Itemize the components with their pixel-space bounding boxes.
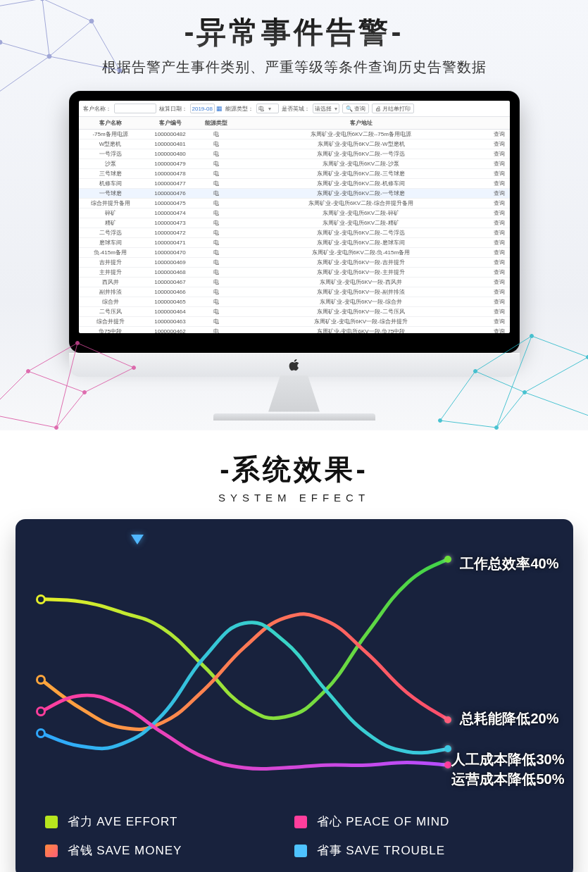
table-row[interactable]: 二号浮选1000000472电东周矿业-变电所6KV二段-二号浮选查询	[79, 228, 510, 238]
section2-title: -系统效果-	[0, 450, 588, 489]
imac-mockup: 客户名称： 核算日期： 2019-08 ▦ 能源类型： 电▾ 是否英城： 请选择…	[69, 91, 520, 421]
printer-icon: 🖨	[375, 106, 381, 112]
select-energy-type[interactable]: 电▾	[256, 104, 279, 113]
col-addr: 客户地址	[234, 119, 489, 127]
table-row[interactable]: 碎矿1000000474电东周矿业-变电所6KV二段-碎矿查询	[79, 208, 510, 218]
table-row[interactable]: 沙泵1000000479电东周矿业-变电所6KV二段-沙泵查询	[79, 159, 510, 169]
metric-energy: 总耗能降低20%	[460, 709, 558, 728]
select-use[interactable]: 请选择▾	[313, 104, 339, 113]
legend-effort: 省力 AVE EFFORT	[45, 814, 294, 830]
table-row[interactable]: 精矿1000000473电东周矿业-变电所6KV二段-精矿查询	[79, 218, 510, 228]
swatch-green-icon	[45, 816, 58, 828]
chart-legend: 省力 AVE EFFORT 省心 PEACE OF MIND 省钱 SAVE M…	[25, 808, 563, 861]
table-row[interactable]: 综合井提升备用1000000475电东周矿业-变电所6KV二段-综合井提升备用查…	[79, 199, 510, 208]
table-row[interactable]: 负-415m备用1000000470电东周矿业-变电所6KV二段-负-415m备…	[79, 248, 510, 258]
table-row[interactable]: 综合井1000000465电东周矿业-变电所6KV一段-综合井查询	[79, 297, 510, 307]
section1-title: -异常事件告警-	[0, 13, 588, 52]
table-row[interactable]: 磨球车间1000000471电东周矿业-变电所6KV二段-磨球车间查询	[79, 238, 510, 248]
table-row[interactable]: 西风井1000000467电东周矿业-变电所6KV一段-西风井查询	[79, 278, 510, 287]
table-row[interactable]: 机修车间1000000477电东周矿业-变电所6KV二段-机修车间查询	[79, 179, 510, 189]
table-row[interactable]: 二号压风1000000464电东周矿业-变电所6KV一段-二号压风查询	[79, 307, 510, 317]
metric-efficiency: 工作总效率40%	[460, 554, 558, 573]
svg-point-17	[530, 335, 534, 338]
table-header: 客户名称 客户编号 能源类型 客户地址	[79, 117, 510, 130]
table-row[interactable]: -75m备用电源1000000482电东周矿业-变电所6KV二段--75m备用电…	[79, 130, 510, 139]
alert-section: -异常事件告警- 根据告警产生事件类别、严重等级等条件查询历史告警数据 客户名称…	[0, 0, 588, 430]
input-customer-name[interactable]	[114, 104, 156, 113]
table-row[interactable]: W型磨机1000000481电东周矿业-变电所6KV二段-W型磨机查询	[79, 139, 510, 149]
svg-point-15	[523, 391, 527, 394]
legend-peace: 省心 PEACE OF MIND	[294, 814, 544, 830]
system-effect-section: -系统效果- SYSTEM EFFECT 工作总效率40% 总耗能降低20% 人…	[0, 430, 588, 872]
svg-point-16	[495, 426, 499, 430]
table-row[interactable]: 吉井提升1000000469电东周矿业-变电所6KV一段-吉井提升查询	[79, 258, 510, 268]
col-type: 能源类型	[199, 119, 234, 127]
table-row[interactable]: 负75中段1000000462电东周矿业-变电所6KV一段-负75中段查询	[79, 327, 510, 333]
section1-subtitle: 根据告警产生事件类别、严重等级等条件查询历史告警数据	[0, 58, 588, 77]
print-button[interactable]: 🖨月结单打印	[372, 104, 414, 113]
metric-operation: 运营成本降低50%	[451, 770, 564, 789]
table-row[interactable]: 三号球磨1000000478电东周矿业-变电所6KV二段-三号球磨查询	[79, 169, 510, 179]
table-row[interactable]: 一号浮选1000000480电东周矿业-变电所6KV二段-一号浮选查询	[79, 149, 510, 159]
label-customer-name: 客户名称：	[83, 105, 111, 113]
legend-money: 省钱 SAVE MONEY	[45, 842, 294, 859]
query-button[interactable]: 🔍查询	[342, 104, 369, 113]
search-icon: 🔍	[346, 106, 353, 112]
swatch-pink-icon	[294, 816, 307, 828]
chart-card: 工作总效率40% 总耗能降低20% 人工成本降低30% 运营成本降低50% 省力…	[15, 519, 573, 872]
table-row[interactable]: 一号球磨1000000476电东周矿业-变电所6KV二段-一号球磨查询	[79, 189, 510, 199]
swatch-orange-icon	[45, 845, 58, 857]
label-date: 核算日期：	[159, 105, 187, 113]
svg-point-8	[27, 370, 30, 373]
metric-labor: 人工成本降低30%	[451, 750, 564, 769]
label-use: 是否英城：	[282, 105, 310, 113]
section2-subtitle: SYSTEM EFFECT	[0, 492, 588, 504]
app-screen: 客户名称： 核算日期： 2019-08 ▦ 能源类型： 电▾ 是否英城： 请选择…	[79, 101, 510, 333]
table-row[interactable]: 副井排渣1000000466电东周矿业-变电所6KV一段-副井排渣查询	[79, 287, 510, 297]
data-table: 客户名称 客户编号 能源类型 客户地址 -75m备用电源1000000482电东…	[79, 117, 510, 333]
col-code: 客户编号	[142, 119, 199, 127]
svg-point-1	[40, 0, 44, 1]
query-toolbar: 客户名称： 核算日期： 2019-08 ▦ 能源类型： 电▾ 是否英城： 请选择…	[79, 101, 510, 117]
input-date[interactable]: 2019-08	[190, 104, 215, 113]
calendar-icon[interactable]: ▦	[216, 105, 223, 112]
swatch-blue-icon	[294, 845, 307, 857]
table-row[interactable]: 综合井提升1000000463电东周矿业-变电所6KV一段-综合井提升查询	[79, 317, 510, 327]
label-energy-type: 能源类型：	[225, 105, 254, 113]
col-name: 客户名称	[79, 119, 142, 127]
svg-point-10	[55, 426, 58, 430]
line-chart: 工作总效率40% 总耗能降低20% 人工成本降低30% 运营成本降低50%	[25, 540, 563, 808]
apple-logo-icon	[289, 359, 300, 371]
legend-trouble: 省事 SAVE TROUBLE	[294, 842, 544, 859]
table-row[interactable]: 主井提升1000000468电东周矿业-变电所6KV一段-主井提升查询	[79, 268, 510, 278]
